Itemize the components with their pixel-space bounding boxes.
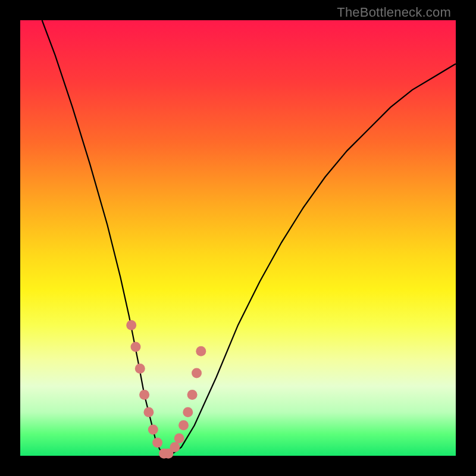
marker-dot	[135, 364, 145, 374]
marker-dot	[196, 346, 206, 356]
marker-dot	[187, 390, 198, 400]
marker-dot	[178, 420, 189, 430]
marker-dot	[139, 390, 149, 400]
marker-dot	[131, 342, 141, 352]
marker-dot	[152, 438, 162, 448]
chart-frame: TheBottleneck.com	[0, 0, 476, 476]
marker-dot	[170, 442, 180, 452]
marker-dot	[143, 407, 154, 417]
plot-area	[20, 20, 456, 456]
watermark-text: TheBottleneck.com	[337, 5, 451, 20]
marker-dot	[148, 425, 158, 435]
curve-svg	[20, 20, 456, 456]
marker-group	[126, 320, 206, 459]
marker-dot	[183, 407, 193, 417]
marker-dot	[126, 320, 136, 330]
marker-dot	[174, 433, 184, 443]
marker-dot	[192, 368, 202, 378]
bottleneck-curve	[42, 20, 456, 455]
